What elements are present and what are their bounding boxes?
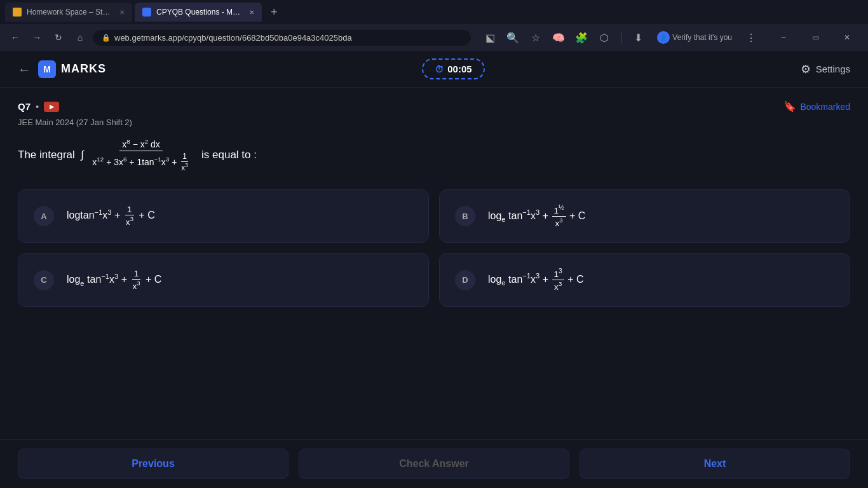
maximize-button[interactable]: ▭ (801, 29, 830, 46)
integral-denominator: x12 + 3x6 + 1tan−1x3 + 1x3 (90, 151, 193, 174)
settings-button[interactable]: ⚙ Settings (801, 62, 850, 76)
logo-container: M MARKS (38, 60, 106, 78)
dot-separator: • (36, 101, 39, 112)
studyx-favicon (13, 8, 22, 17)
download-icon[interactable]: ⬇ (629, 29, 647, 46)
exam-label: JEE Main 2024 (27 Jan Shift 2) (18, 118, 850, 127)
main-content: Q7 • ▶ 🔖 Bookmarked JEE Main 2024 (27 Ja… (0, 88, 868, 439)
settings-label: Settings (816, 64, 850, 74)
footer: Previous Check Answer Next (0, 439, 868, 488)
question-number: Q7 (18, 101, 31, 112)
option-b[interactable]: B loge tan−1x3 + 1½ x3 + C (439, 189, 850, 243)
url-text: web.getmarks.app/cpyqb/question/6682bd50… (114, 33, 352, 43)
option-d-label: D (455, 270, 475, 290)
divider (621, 31, 621, 44)
window-controls: – ▭ ✕ (769, 29, 862, 46)
marks-logo-text: MARKS (61, 62, 106, 76)
new-tab-button[interactable]: + (264, 6, 284, 19)
option-b-label: B (455, 206, 475, 226)
home-nav-button[interactable]: ⌂ (71, 29, 89, 46)
browser-actions: ⬕ 🔍 ☆ 🧠 🧩 ⬡ ⬇ 👤 Verify that it's you ⋮ (481, 29, 760, 46)
integral-fraction: x8 − x2 dx x12 + 3x6 + 1tan−1x3 + 1x3 (90, 137, 193, 174)
back-nav-button[interactable]: ← (6, 29, 24, 46)
option-a-math: logtan−1x3 + 1 x3 + C (67, 205, 155, 227)
options-grid: A logtan−1x3 + 1 x3 + C B loge tan−1x3 +… (18, 189, 850, 307)
extensions-icon[interactable]: ⬡ (595, 29, 613, 46)
browser-nav: ← → ↻ ⌂ 🔒 web.getmarks.app/cpyqb/questio… (0, 24, 868, 51)
brain-icon[interactable]: 🧠 (550, 29, 567, 46)
option-c-label: C (34, 270, 54, 290)
minimize-button[interactable]: – (769, 29, 798, 46)
header-left: ← M MARKS (18, 60, 106, 78)
verify-label: Verify that it's you (672, 33, 732, 42)
menu-icon[interactable]: ⋮ (742, 29, 760, 46)
app-header: ← M MARKS ⏱ 00:05 ⚙ Settings (0, 51, 868, 88)
forward-nav-button[interactable]: → (28, 29, 46, 46)
gear-icon: ⚙ (801, 62, 811, 76)
timer-icon: ⏱ (435, 64, 444, 74)
integral-numerator: x8 − x2 dx (119, 137, 163, 151)
browser-chrome: Homework Space – StudyX ✕ CPYQB Question… (0, 0, 868, 51)
option-a[interactable]: A logtan−1x3 + 1 x3 + C (18, 189, 429, 243)
lock-icon: 🔒 (102, 34, 111, 42)
tab-studyx-close[interactable]: ✕ (119, 9, 125, 16)
verify-avatar: 👤 (657, 31, 670, 44)
star-icon[interactable]: ☆ (527, 29, 545, 46)
tab-marks[interactable]: CPYQB Questions - MARKS App ✕ (135, 3, 262, 22)
video-badge[interactable]: ▶ (44, 102, 59, 112)
option-a-label: A (34, 206, 54, 226)
app-back-button[interactable]: ← (18, 63, 31, 76)
question-label: Q7 • ▶ (18, 101, 59, 112)
cast-icon[interactable]: ⬕ (481, 29, 499, 46)
option-c-math: loge tan−1x3 + 1 x3 + C (67, 269, 161, 292)
reload-nav-button[interactable]: ↻ (50, 29, 67, 46)
marks-logo-icon: M (38, 60, 56, 78)
browser-tabs: Homework Space – StudyX ✕ CPYQB Question… (0, 0, 868, 24)
address-bar[interactable]: 🔒 web.getmarks.app/cpyqb/question/6682bd… (93, 30, 471, 46)
check-answer-button[interactable]: Check Answer (299, 449, 569, 479)
timer-display: ⏱ 00:05 (422, 58, 484, 79)
question-intro: The integral (18, 149, 75, 161)
tab-marks-label: CPYQB Questions - MARKS App (156, 8, 241, 17)
option-c[interactable]: C loge tan−1x3 + 1 x3 + C (18, 253, 429, 307)
bookmarked-label: Bookmarked (800, 102, 850, 112)
question-equals: is equal to : (201, 149, 257, 161)
question-text: The integral ∫ x8 − x2 dx x12 + 3x6 + 1t… (18, 137, 850, 174)
option-b-math: loge tan−1x3 + 1½ x3 + C (488, 204, 585, 229)
tab-studyx[interactable]: Homework Space – StudyX ✕ (5, 3, 132, 22)
tab-marks-close[interactable]: ✕ (249, 9, 254, 16)
next-button[interactable]: Next (580, 449, 850, 479)
previous-button[interactable]: Previous (18, 449, 288, 479)
header-right: ⚙ Settings (801, 62, 850, 76)
close-button[interactable]: ✕ (832, 29, 862, 46)
option-d-math: loge tan−1x3 + 13 x3 + C (488, 268, 584, 292)
tab-studyx-label: Homework Space – StudyX (27, 8, 112, 17)
marks-favicon (142, 8, 151, 17)
option-d[interactable]: D loge tan−1x3 + 13 x3 + C (439, 253, 850, 307)
question-meta: Q7 • ▶ 🔖 Bookmarked (18, 100, 850, 112)
search-icon[interactable]: 🔍 (504, 29, 522, 46)
verify-button[interactable]: 👤 Verify that it's you (652, 29, 737, 46)
timer-value: 00:05 (447, 64, 471, 74)
bookmarked-button[interactable]: 🔖 Bookmarked (783, 100, 850, 112)
video-icon: ▶ (50, 104, 54, 110)
app: ← M MARKS ⏱ 00:05 ⚙ Settings Q7 • ▶ (0, 51, 868, 488)
bookmark-icon: 🔖 (783, 100, 796, 112)
puzzle-icon[interactable]: 🧩 (573, 29, 590, 46)
